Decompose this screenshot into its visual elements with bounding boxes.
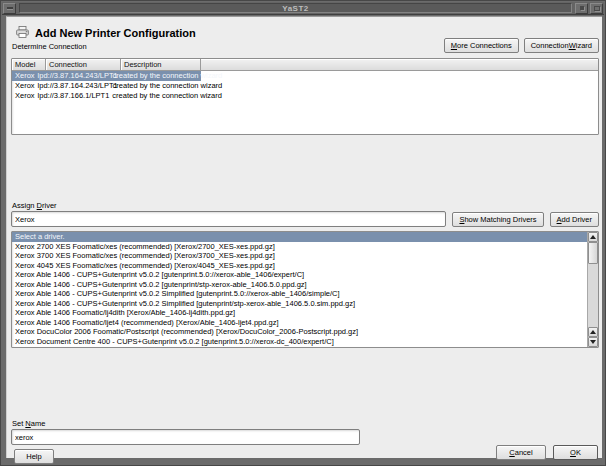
connection-buttons: More Connections Connection Wizard — [444, 38, 599, 53]
more-connections-button[interactable]: More Connections — [444, 38, 519, 53]
show-matching-drivers-button[interactable]: Show Matching Drivers — [452, 212, 543, 227]
page-title: Add New Printer Configuration — [35, 27, 196, 39]
connection-table-header[interactable]: ModelConnectionDescription — [12, 59, 598, 71]
printer-icon — [16, 24, 29, 42]
cancel-button[interactable]: Cancel — [496, 445, 546, 460]
table-row[interactable]: Xeroxlpd://3.87.164.243/LPT1created by t… — [12, 81, 201, 91]
dialog-header: Add New Printer Configuration — [16, 24, 196, 42]
scroll-up-button-bottom[interactable] — [588, 327, 598, 337]
table-cell: Xerox — [12, 71, 35, 81]
arrow-up-icon — [590, 235, 596, 239]
column-header[interactable]: Description — [121, 59, 201, 71]
window-menu-icon — [7, 7, 13, 9]
arrow-up-icon — [590, 330, 596, 334]
list-item[interactable]: Select a driver. — [12, 232, 587, 242]
scroll-down-button[interactable] — [588, 337, 598, 347]
column-header-filler — [201, 59, 598, 71]
scrollbar-track[interactable] — [588, 264, 598, 327]
assign-driver-label: Assign Driver — [12, 201, 57, 210]
window-close-button[interactable] — [590, 3, 603, 14]
table-row[interactable]: Xeroxlpd://3.87.164.243/LPT1created by t… — [12, 71, 201, 81]
window-menu-button[interactable] — [3, 3, 16, 14]
window-maximize-button[interactable] — [575, 3, 588, 14]
yast-window: YaST2 Add New Printer Configuration Dete… — [0, 0, 606, 466]
table-cell: Xerox — [12, 91, 35, 101]
set-name-input[interactable] — [11, 429, 360, 445]
connection-table-body: Xeroxlpd://3.87.164.243/LPT1created by t… — [12, 71, 598, 101]
connection-table[interactable]: ModelConnectionDescription Xeroxlpd://3.… — [11, 58, 599, 135]
driver-search-row: Show Matching Drivers Add Driver — [11, 211, 599, 227]
column-header[interactable]: Connection — [46, 59, 121, 71]
ok-button[interactable]: OK — [553, 445, 598, 460]
set-name-label: Set Name — [12, 419, 45, 428]
list-item[interactable]: Xerox Able 1406 - CUPS+Gutenprint v5.0.2… — [12, 280, 587, 290]
driver-list-scrollbar[interactable] — [587, 232, 598, 347]
driver-search-input[interactable] — [11, 211, 446, 227]
list-item[interactable]: Xerox DocuColor 2006 Foomatic/Postscript… — [12, 327, 587, 337]
help-button[interactable]: Help — [14, 449, 54, 464]
list-item[interactable]: Xerox 4045 XES Foomatic/xes (recommended… — [12, 261, 587, 271]
driver-list-items: Select a driver.Xerox 2700 XES Foomatic/… — [12, 232, 587, 346]
table-cell: Xerox — [12, 81, 35, 91]
table-cell: created by the connection wizard — [110, 71, 223, 81]
maximize-icon — [580, 6, 584, 10]
list-item[interactable]: Xerox Able 1406 Foomatic/lj4dith [Xerox/… — [12, 308, 587, 318]
arrow-down-icon — [590, 340, 596, 344]
titlebar[interactable]: YaST2 — [2, 2, 604, 15]
list-item[interactable]: Xerox 2700 XES Foomatic/xes (recommended… — [12, 242, 587, 252]
list-item[interactable]: Xerox 3700 XES Foomatic/xes (recommended… — [12, 251, 587, 261]
column-header[interactable]: Model — [12, 59, 46, 71]
connection-wizard-button[interactable]: Connection Wizard — [524, 38, 599, 53]
driver-list[interactable]: Select a driver.Xerox 2700 XES Foomatic/… — [11, 231, 599, 348]
scrollbar-thumb[interactable] — [588, 242, 598, 264]
table-cell: created by the connection wizard — [110, 81, 223, 91]
determine-connection-label: Determine Connection — [12, 42, 87, 51]
list-item[interactable]: Xerox Able 1406 Foomatic/ljet4 (recommen… — [12, 318, 587, 328]
table-row[interactable]: Xeroxlpd://3.87.166.1/LPT1created by the… — [12, 91, 201, 101]
table-cell: lpd://3.87.164.243/LPT1 — [35, 81, 110, 91]
list-item[interactable]: Xerox Document Centre 400 - CUPS+Gutenpr… — [12, 337, 587, 347]
list-item[interactable]: Xerox Able 1406 - CUPS+Gutenprint v5.0.2… — [12, 270, 587, 280]
list-item[interactable]: Xerox Able 1406 - CUPS+Gutenprint v5.0.2… — [12, 289, 587, 299]
table-cell: lpd://3.87.164.243/LPT1 — [35, 71, 110, 81]
window-title: YaST2 — [19, 3, 572, 13]
scroll-up-button[interactable] — [588, 232, 598, 242]
table-cell: created by the connection wizard — [109, 91, 222, 101]
table-cell: lpd://3.87.166.1/LPT1 — [35, 91, 110, 101]
list-item[interactable]: Xerox Able 1406 - CUPS+Gutenprint v5.0.2… — [12, 299, 587, 309]
dialog-content: Add New Printer Configuration Determine … — [6, 16, 602, 458]
add-driver-button[interactable]: Add Driver — [550, 212, 599, 227]
close-icon — [594, 6, 600, 11]
